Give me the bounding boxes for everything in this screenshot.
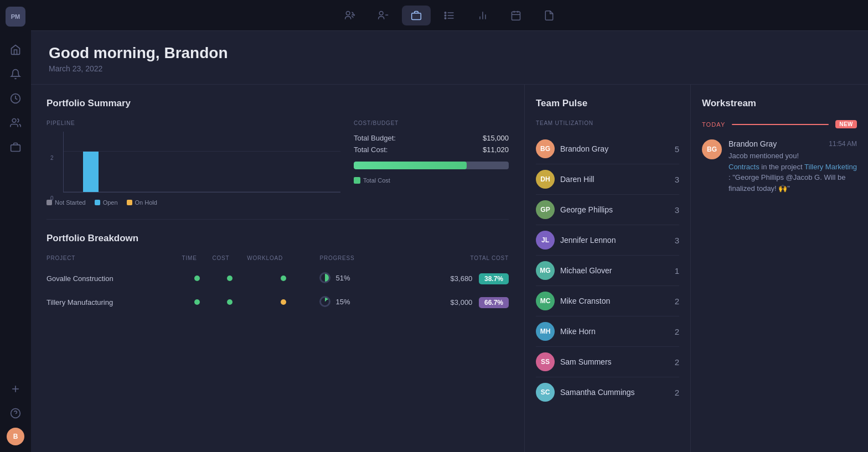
tab-calendar[interactable] <box>502 6 530 25</box>
team-count-samantha: 2 <box>675 388 679 397</box>
team-avatar-michael: MG <box>536 261 555 280</box>
team-count-george: 3 <box>675 205 679 215</box>
team-member-jennifer[interactable]: JL Jennifer Lennon 3 <box>536 225 679 256</box>
team-member-left-samantha: SC Samantha Cummings <box>536 383 635 402</box>
total-budget-label: Total Budget: <box>354 134 396 142</box>
team-count-sam: 2 <box>675 357 679 367</box>
nav-briefcase-icon[interactable] <box>6 137 25 157</box>
team-member-mike-h[interactable]: MH Mike Horn 2 <box>536 316 679 347</box>
team-member-left-michael: MG Michael Glover <box>536 261 612 280</box>
progress-donut-1 <box>319 272 330 283</box>
page-date: March 23, 2022 <box>49 64 850 73</box>
svg-rect-20 <box>512 12 520 20</box>
nav-alerts-icon[interactable] <box>6 64 25 84</box>
ws-link-contracts[interactable]: Contracts <box>728 163 760 171</box>
total-cost-label: Total Cost: <box>354 146 388 154</box>
svg-point-14 <box>445 12 446 13</box>
chart-legend: Not Started Open On Hold <box>46 199 340 206</box>
team-member-left-sam: SS Sam Summers <box>536 352 612 371</box>
today-label: TODAY <box>702 121 725 128</box>
team-count-jennifer: 3 <box>675 236 679 245</box>
total-cost-cell-2: $3,000 66.7% <box>390 290 509 314</box>
ws-content: Brandon Gray 11:54 AM Jacob mentioned yo… <box>728 139 857 194</box>
team-name-daren: Daren Hill <box>560 175 594 184</box>
pipeline-label: PIPELINE <box>46 120 340 126</box>
team-avatar-mike-h: MH <box>536 322 555 341</box>
svg-rect-10 <box>412 13 421 19</box>
ws-msg-prefix: Jacob mentioned you! <box>728 152 799 160</box>
team-member-samantha[interactable]: SC Samantha Cummings 2 <box>536 377 679 407</box>
tab-portfolio[interactable] <box>402 6 431 25</box>
team-avatar-sam: SS <box>536 352 555 371</box>
project-name-2: Tillery Manufacturing <box>46 290 182 314</box>
legend-label-not-started: Not Started <box>55 199 86 206</box>
total-cost-cell-1: $3,680 38.7% <box>390 267 509 290</box>
budget-progress-bar <box>354 162 509 169</box>
cost-dot-1 <box>227 276 232 281</box>
tab-document[interactable] <box>535 6 564 25</box>
team-member-left-mike-c: MC Mike Cranston <box>536 292 610 310</box>
team-member-michael[interactable]: MG Michael Glover 1 <box>536 256 679 286</box>
team-member-george[interactable]: GP George Phillips 3 <box>536 195 679 225</box>
portfolio-summary-section: Portfolio Summary PIPELINE 2 <box>46 98 509 206</box>
ws-link-tillery[interactable]: Tillery Marketing <box>804 163 857 171</box>
portfolio-breakdown-title: Portfolio Breakdown <box>46 233 509 244</box>
page-greeting: Good morning, Brandon <box>49 44 850 62</box>
page-header: Good morning, Brandon March 23, 2022 <box>31 31 868 85</box>
col-workload: WORKLOAD <box>247 255 319 267</box>
nav-add-icon[interactable] <box>6 379 25 399</box>
three-column-layout: Portfolio Summary PIPELINE 2 <box>31 85 868 452</box>
tab-chart[interactable] <box>468 6 497 25</box>
team-member-sam[interactable]: SS Sam Summers 2 <box>536 347 679 377</box>
top-bar <box>31 0 868 31</box>
today-line <box>732 124 829 125</box>
tab-list[interactable] <box>435 6 464 25</box>
tab-people-remove[interactable] <box>369 6 397 25</box>
team-name-george: George Phillips <box>560 205 613 214</box>
team-member-daren[interactable]: DH Daren Hill 3 <box>536 164 679 195</box>
cost-budget-label: COST/BUDGET <box>354 120 509 126</box>
y-label-2: 2 <box>50 155 54 161</box>
team-member-brandon[interactable]: BG Brandon Gray 5 <box>536 134 679 164</box>
svg-point-16 <box>445 17 446 19</box>
pipeline-area: PIPELINE 2 0 <box>46 120 340 206</box>
team-name-brandon: Brandon Gray <box>560 144 608 153</box>
summary-grid: PIPELINE 2 0 <box>46 120 509 206</box>
pipeline-chart: 2 0 <box>63 132 340 193</box>
table-row: Govalle Construction <box>46 267 509 290</box>
col-cost: COST <box>212 255 247 267</box>
team-avatar-daren: DH <box>536 170 555 189</box>
team-util-label: TEAM UTILIZATION <box>536 120 679 126</box>
cost-status-1 <box>212 267 247 290</box>
team-count-daren: 3 <box>675 175 679 184</box>
team-avatar-mike-c: MC <box>536 292 555 310</box>
chart-bar-open <box>83 152 99 192</box>
total-badge-2: 66.7% <box>479 297 509 308</box>
workload-dot-2 <box>281 299 286 305</box>
table-row: Tillery Manufacturing <box>46 290 509 314</box>
nav-home-icon[interactable] <box>6 40 25 60</box>
new-badge: NEW <box>835 120 857 128</box>
legend-label-on-hold: On Hold <box>135 199 157 206</box>
total-cost-value-2: $3,000 <box>451 298 473 306</box>
team-avatar-jennifer: JL <box>536 231 555 250</box>
budget-progress-fill <box>354 162 467 169</box>
breakdown-table: PROJECT TIME COST WORKLOAD PROGRESS TOTA… <box>46 255 509 314</box>
nav-clock-icon[interactable] <box>6 89 25 108</box>
team-name-sam: Sam Summers <box>560 357 612 366</box>
progress-label-2: 15% <box>335 298 350 306</box>
total-budget-value: $15,000 <box>483 134 509 142</box>
user-avatar[interactable]: B <box>7 428 24 445</box>
time-status-2 <box>182 290 213 314</box>
cost-legend-dot <box>354 177 360 184</box>
ws-author-name: Brandon Gray <box>728 139 777 148</box>
portfolio-breakdown-section: Portfolio Breakdown PROJECT TIME COST WO… <box>46 233 509 314</box>
total-cost-value-1: $3,680 <box>451 274 473 283</box>
team-member-left-brandon: BG Brandon Gray <box>536 139 608 158</box>
time-dot-2 <box>194 299 200 305</box>
nav-people-icon[interactable] <box>6 113 25 133</box>
nav-help-icon[interactable] <box>6 403 25 423</box>
svg-point-15 <box>445 14 446 16</box>
team-member-mike-c[interactable]: MC Mike Cranston 2 <box>536 286 679 316</box>
tab-people-add[interactable] <box>335 6 364 25</box>
